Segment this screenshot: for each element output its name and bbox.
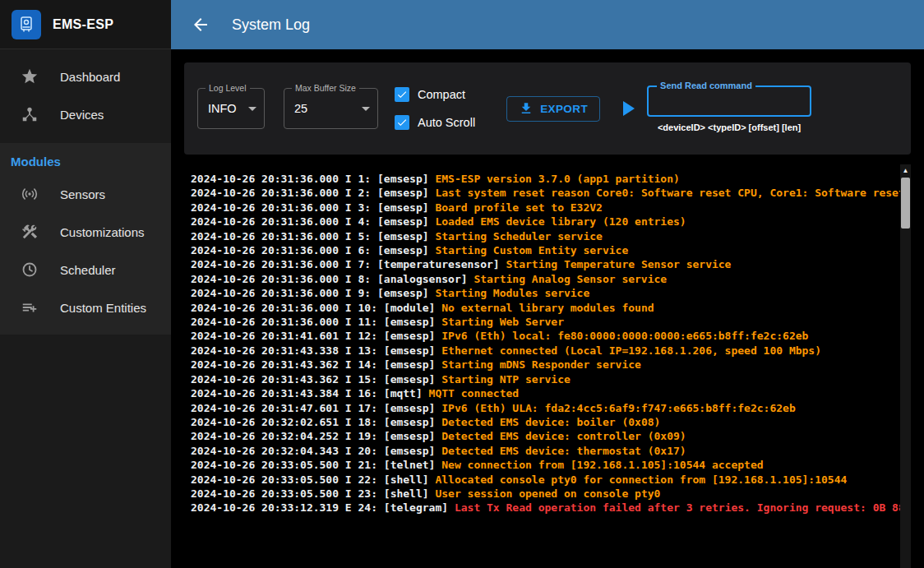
scrollbar-thumb[interactable] (901, 178, 910, 229)
sidebar-item-devices[interactable]: Devices (0, 95, 171, 133)
log-line: 2024-10-26 20:31:43.362 I 15: [emsesp] S… (191, 372, 894, 386)
chevron-down-icon (248, 107, 256, 111)
log-line: 2024-10-26 20:31:43.384 I 16: [mqtt] MQT… (191, 386, 894, 400)
sidebar-item-sensors[interactable]: Sensors (0, 175, 171, 213)
log-line: 2024-10-26 20:31:36.000 I 9: [emsesp] St… (191, 286, 894, 300)
sidebar-item-customizations[interactable]: Customizations (0, 213, 171, 251)
checkbox-group: Compact Auto Scroll (395, 87, 475, 130)
sidebar-item-label: Customizations (60, 225, 145, 239)
log-scrollbar[interactable]: ▲ (900, 164, 911, 568)
compact-checkbox[interactable]: Compact (395, 87, 475, 102)
system-log-area: 2024-10-26 20:31:36.000 I 1: [emsesp] EM… (184, 164, 911, 568)
export-button-label: EXPORT (540, 103, 588, 115)
sidebar-primary-nav: DashboardDevices (0, 49, 171, 133)
ems-esp-logo-icon (12, 10, 41, 39)
log-line: 2024-10-26 20:33:05.500 I 22: [shell] Al… (191, 473, 894, 487)
star-icon (21, 67, 39, 85)
log-toolbar: Log Level INFO Max Buffer Size 25 Compac… (184, 62, 911, 155)
log-line: 2024-10-26 20:31:36.000 I 4: [emsesp] Lo… (191, 215, 894, 229)
max-buffer-size-value: 25 (294, 102, 362, 115)
send-read-input[interactable] (649, 95, 810, 108)
page-title: System Log (232, 16, 310, 34)
log-line: 2024-10-26 20:31:36.000 I 11: [emsesp] S… (191, 315, 894, 329)
log-level-label: Log Level (206, 83, 250, 93)
back-arrow-icon[interactable] (191, 15, 210, 35)
log-line: 2024-10-26 20:31:47.601 I 17: [emsesp] I… (191, 401, 894, 415)
chevron-down-icon (362, 107, 370, 111)
checkbox-checked-icon (395, 87, 409, 102)
clock-icon (21, 261, 39, 279)
log-lines: 2024-10-26 20:31:36.000 I 1: [emsesp] EM… (184, 164, 911, 568)
log-line: 2024-10-26 20:31:36.000 I 7: [temperatur… (191, 257, 894, 271)
send-read-field-label: Send Read command (657, 81, 755, 90)
main-column: System Log Log Level INFO Max Buffer Siz… (171, 0, 924, 568)
log-line: 2024-10-26 20:31:36.000 I 6: [emsesp] St… (191, 243, 894, 257)
checkbox-checked-icon (395, 115, 409, 130)
log-line: 2024-10-26 20:31:36.000 I 1: [emsesp] EM… (191, 172, 894, 186)
log-line: 2024-10-26 20:33:12.319 E 24: [telegram]… (191, 501, 894, 515)
device-hub-icon (21, 105, 39, 123)
scroll-up-arrow-icon[interactable]: ▲ (900, 164, 911, 177)
auto-scroll-checkbox-label: Auto Scroll (418, 116, 475, 129)
app-root: EMS-ESP DashboardDevices Modules Sensors… (0, 0, 924, 568)
sidebar-item-label: Sensors (60, 187, 105, 201)
log-line: 2024-10-26 20:31:41.601 I 12: [emsesp] I… (191, 329, 894, 343)
log-level-select[interactable]: Log Level INFO (197, 88, 265, 129)
download-icon (519, 101, 534, 116)
log-line: 2024-10-26 20:31:36.000 I 5: [emsesp] St… (191, 229, 894, 243)
log-line: 2024-10-26 20:32:02.651 I 18: [emsesp] D… (191, 415, 894, 429)
max-buffer-size-select[interactable]: Max Buffer Size 25 (284, 88, 378, 129)
send-read-group: Send Read command <deviceID> <typeID> [o… (647, 85, 811, 132)
max-buffer-size-label: Max Buffer Size (292, 83, 359, 93)
log-line: 2024-10-26 20:32:04.343 I 20: [emsesp] D… (191, 444, 894, 458)
sidebar-item-scheduler[interactable]: Scheduler (0, 251, 171, 289)
log-line: 2024-10-26 20:31:43.338 I 13: [emsesp] E… (191, 344, 894, 358)
log-line: 2024-10-26 20:31:43.362 I 14: [emsesp] S… (191, 358, 894, 372)
log-level-value: INFO (208, 102, 248, 115)
appbar: System Log (171, 0, 924, 49)
content: Log Level INFO Max Buffer Size 25 Compac… (171, 49, 924, 568)
app-title: EMS-ESP (53, 17, 113, 32)
log-line: 2024-10-26 20:33:05.500 I 21: [telnet] N… (191, 458, 894, 472)
sidebar-item-dashboard[interactable]: Dashboard (0, 58, 171, 95)
compact-checkbox-label: Compact (418, 88, 465, 101)
log-line: 2024-10-26 20:32:04.252 I 19: [emsesp] D… (191, 429, 894, 443)
sensors-icon (21, 185, 39, 203)
sidebar: EMS-ESP DashboardDevices Modules Sensors… (0, 0, 171, 568)
log-line: 2024-10-26 20:33:05.500 I 23: [shell] Us… (191, 487, 894, 501)
sidebar-modules-nav: SensorsCustomizationsSchedulerCustom Ent… (0, 175, 171, 326)
sidebar-modules-section: Modules SensorsCustomizationsSchedulerCu… (0, 143, 171, 335)
log-line: 2024-10-26 20:31:36.000 I 3: [emsesp] Bo… (191, 201, 894, 215)
sidebar-item-label: Custom Entities (60, 301, 146, 315)
send-read-helper-text: <deviceID> <typeID> [offset] [len] (647, 122, 811, 132)
playlist-add-icon (21, 298, 39, 316)
sidebar-item-label: Dashboard (60, 70, 120, 84)
sidebar-item-label: Scheduler (60, 263, 116, 277)
log-line: 2024-10-26 20:31:36.000 I 8: [analogsens… (191, 272, 894, 286)
export-button[interactable]: EXPORT (506, 96, 600, 122)
construction-icon (21, 223, 39, 241)
send-read-field: Send Read command (647, 85, 811, 117)
sidebar-header: EMS-ESP (0, 0, 171, 49)
log-line: 2024-10-26 20:31:36.000 I 10: [module] N… (191, 301, 894, 315)
sidebar-item-custom-entities[interactable]: Custom Entities (0, 289, 171, 326)
modules-section-header: Modules (0, 143, 171, 175)
auto-scroll-checkbox[interactable]: Auto Scroll (395, 115, 475, 130)
log-line: 2024-10-26 20:31:36.000 I 2: [emsesp] La… (191, 186, 894, 200)
send-play-button[interactable] (623, 101, 635, 116)
sidebar-item-label: Devices (60, 108, 104, 122)
